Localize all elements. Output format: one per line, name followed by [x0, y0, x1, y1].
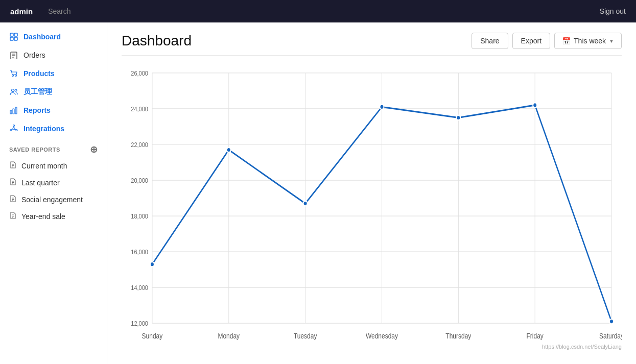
watermark: https://blog.csdn.net/SealyLiang	[542, 344, 622, 350]
share-button[interactable]: Share	[472, 33, 508, 49]
chart-wrapper: 26,00024,00022,00020,00018,00016,00014,0…	[122, 61, 622, 354]
line-chart: 26,00024,00022,00020,00018,00016,00014,0…	[122, 61, 622, 354]
svg-point-67	[380, 105, 384, 110]
sidebar-item-orders[interactable]: Orders	[0, 46, 107, 64]
svg-point-10	[12, 89, 14, 92]
topbar: admin Sign out	[0, 0, 636, 22]
svg-text:12,000: 12,000	[131, 320, 148, 327]
doc-icon-last-quarter	[9, 178, 16, 187]
saved-report-label-last-quarter: Last quarter	[21, 179, 60, 187]
main-header: Dashboard Share Export 📅 This week ▼	[107, 22, 636, 55]
this-week-label: This week	[574, 37, 606, 45]
sidebar-item-integrations[interactable]: Integrations	[0, 119, 107, 138]
saved-reports-header: SAVED REPORTS ⊕	[0, 138, 107, 157]
chart-divider	[122, 55, 622, 56]
svg-rect-2	[10, 37, 13, 40]
sidebar: Dashboard Orders	[0, 22, 107, 364]
saved-report-label-social-engagement: Social engagement	[21, 196, 83, 204]
saved-report-social-engagement[interactable]: Social engagement	[0, 191, 107, 208]
svg-rect-1	[14, 33, 17, 36]
sidebar-label-products: Products	[23, 69, 55, 78]
saved-report-last-quarter[interactable]: Last quarter	[0, 174, 107, 191]
saved-report-label-current-month: Current month	[21, 162, 67, 170]
saved-report-year-end-sale[interactable]: Year-end sale	[0, 208, 107, 225]
doc-icon-year-end-sale	[9, 212, 16, 221]
sidebar-label-employees: 员工管理	[23, 87, 52, 96]
employees-icon	[9, 87, 18, 96]
svg-text:Friday: Friday	[527, 332, 544, 340]
reports-icon	[9, 106, 18, 115]
svg-text:16,000: 16,000	[131, 248, 148, 256]
svg-rect-14	[15, 107, 17, 114]
svg-point-11	[15, 89, 17, 91]
this-week-button[interactable]: 📅 This week ▼	[554, 33, 622, 49]
svg-rect-12	[10, 110, 12, 114]
search-container[interactable]	[48, 7, 584, 16]
main-content: Dashboard Share Export 📅 This week ▼ 26,…	[107, 22, 636, 364]
chevron-down-icon: ▼	[609, 38, 614, 44]
sidebar-label-integrations: Integrations	[23, 125, 64, 133]
sidebar-item-products[interactable]: Products	[0, 64, 107, 83]
svg-line-21	[12, 129, 13, 130]
calendar-icon: 📅	[562, 37, 571, 45]
svg-text:22,000: 22,000	[131, 141, 148, 149]
svg-point-64	[150, 262, 154, 267]
brand-label: admin	[10, 7, 33, 16]
svg-text:26,000: 26,000	[131, 69, 148, 77]
page-title: Dashboard	[122, 33, 192, 49]
doc-icon-social-engagement	[9, 195, 16, 204]
svg-text:14,000: 14,000	[131, 284, 148, 292]
sidebar-item-reports[interactable]: Reports	[0, 101, 107, 119]
chart-container: 26,00024,00022,00020,00018,00016,00014,0…	[107, 55, 636, 364]
svg-rect-3	[14, 37, 17, 40]
svg-text:Thursday: Thursday	[445, 332, 471, 340]
sidebar-label-orders: Orders	[23, 51, 45, 59]
svg-point-8	[12, 75, 14, 77]
svg-point-16	[13, 125, 15, 127]
sidebar-label-dashboard: Dashboard	[23, 33, 61, 41]
layout: Dashboard Orders	[0, 22, 636, 364]
integrations-icon	[9, 124, 18, 133]
svg-point-70	[609, 319, 614, 324]
search-input[interactable]	[48, 7, 584, 15]
saved-report-current-month[interactable]: Current month	[0, 157, 107, 174]
svg-rect-0	[10, 33, 13, 36]
svg-text:Wednesday: Wednesday	[366, 332, 398, 340]
svg-rect-13	[13, 109, 14, 114]
svg-text:20,000: 20,000	[131, 177, 148, 184]
svg-point-65	[227, 148, 231, 153]
sidebar-item-employees[interactable]: 员工管理	[0, 83, 107, 101]
svg-text:Monday: Monday	[218, 332, 240, 340]
sidebar-item-dashboard[interactable]: Dashboard	[0, 28, 107, 46]
svg-text:Sunday: Sunday	[142, 332, 163, 340]
saved-reports-label: SAVED REPORTS	[9, 147, 60, 153]
sidebar-label-reports: Reports	[23, 106, 51, 114]
svg-point-15	[13, 128, 15, 130]
svg-text:Tuesday: Tuesday	[294, 332, 317, 340]
svg-text:Saturday: Saturday	[599, 332, 622, 340]
saved-report-label-year-end-sale: Year-end sale	[21, 212, 65, 221]
svg-point-68	[456, 115, 460, 120]
svg-point-66	[303, 201, 308, 206]
add-saved-report-button[interactable]: ⊕	[90, 145, 98, 154]
orders-icon	[9, 51, 18, 60]
svg-point-9	[15, 75, 17, 77]
products-icon	[9, 69, 18, 78]
doc-icon-current-month	[9, 161, 16, 170]
svg-text:18,000: 18,000	[131, 212, 148, 220]
svg-point-69	[533, 103, 537, 108]
signout-button[interactable]: Sign out	[600, 7, 626, 15]
dashboard-icon	[9, 32, 18, 41]
svg-text:24,000: 24,000	[131, 105, 148, 113]
header-actions: Share Export 📅 This week ▼	[472, 33, 622, 49]
export-button[interactable]: Export	[512, 33, 550, 49]
svg-line-20	[15, 129, 16, 130]
